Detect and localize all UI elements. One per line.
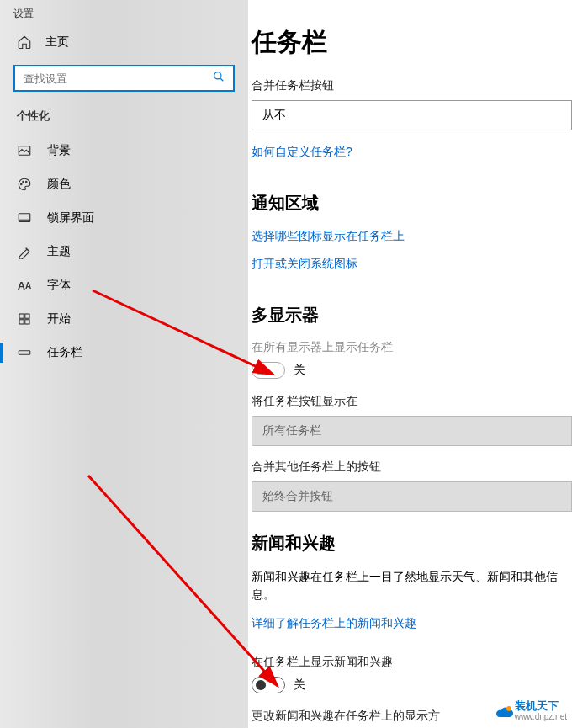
taskbar-icon	[17, 345, 32, 360]
sidebar-item-label: 字体	[47, 278, 71, 293]
search-input[interactable]	[24, 72, 213, 85]
sidebar-item-label: 开始	[47, 311, 71, 327]
sidebar-item-themes[interactable]: 主题	[0, 235, 248, 268]
show-news-label: 在任务栏上显示新闻和兴趣	[252, 655, 572, 670]
sidebar-item-fonts[interactable]: AA 字体	[0, 268, 248, 302]
notification-area-heading: 通知区域	[252, 192, 572, 215]
sidebar-item-label: 颜色	[47, 177, 71, 192]
svg-rect-6	[19, 214, 30, 222]
home-label: 主页	[45, 35, 69, 50]
start-icon	[17, 311, 32, 327]
select-icons-link[interactable]: 选择哪些图标显示在任务栏上	[252, 229, 405, 244]
sidebar-item-label: 任务栏	[47, 345, 82, 360]
section-title: 个性化	[0, 105, 248, 134]
svg-point-4	[23, 181, 24, 183]
combine-other-dropdown: 始终合并按钮	[252, 481, 572, 512]
combine-taskbar-label: 合并任务栏按钮	[252, 78, 572, 93]
combine-other-label: 合并其他任务栏上的按钮	[252, 460, 572, 475]
svg-rect-8	[19, 314, 24, 318]
sidebar-item-colors[interactable]: 颜色	[0, 167, 248, 201]
home-icon	[17, 35, 32, 50]
sidebar-item-taskbar[interactable]: 任务栏	[0, 336, 248, 369]
image-icon	[17, 143, 32, 158]
multi-monitor-heading: 多显示器	[252, 304, 572, 327]
taskbar-buttons-on-dropdown: 所有任务栏	[252, 416, 572, 446]
watermark-title: 装机天下	[515, 700, 567, 712]
sidebar-item-background[interactable]: 背景	[0, 134, 248, 167]
svg-rect-10	[19, 320, 24, 324]
palette-icon	[17, 177, 32, 192]
toggle-state-label: 关	[294, 678, 305, 693]
news-learn-more-link[interactable]: 详细了解任务栏上的新闻和兴趣	[252, 616, 416, 631]
theme-icon	[17, 244, 32, 259]
svg-line-1	[220, 78, 224, 82]
main-content: 任务栏 合并任务栏按钮 从不 如何自定义任务栏? 通知区域 选择哪些图标显示在任…	[248, 0, 572, 728]
news-description: 新闻和兴趣在任务栏上一目了然地显示天气、新闻和其他信息。	[252, 568, 572, 603]
sidebar-item-label: 背景	[47, 143, 71, 158]
svg-point-5	[26, 181, 28, 183]
lockscreen-icon	[17, 210, 32, 226]
toggle-state-label: 关	[294, 363, 305, 378]
sidebar-item-start[interactable]: 开始	[0, 302, 248, 336]
svg-rect-9	[25, 314, 29, 318]
watermark: 装机天下 www.dnpz.net	[495, 700, 567, 721]
sidebar-item-label: 主题	[47, 244, 71, 259]
svg-rect-12	[19, 351, 30, 355]
combine-taskbar-dropdown[interactable]: 从不	[252, 100, 572, 130]
show-all-monitors-label: 在所有显示器上显示任务栏	[252, 340, 572, 355]
watermark-url: www.dnpz.net	[515, 712, 567, 721]
watermark-logo-icon	[495, 702, 511, 719]
system-icons-link[interactable]: 打开或关闭系统图标	[252, 257, 358, 272]
show-news-toggle[interactable]	[252, 677, 285, 693]
sidebar-item-label: 锁屏界面	[47, 210, 94, 226]
sidebar: 设置 主页 个性化 背景 颜色	[0, 0, 248, 728]
svg-point-3	[21, 183, 23, 185]
svg-point-17	[506, 706, 511, 711]
home-nav-item[interactable]: 主页	[0, 26, 248, 58]
svg-point-0	[214, 72, 221, 79]
page-title: 任务栏	[252, 25, 572, 60]
show-all-monitors-toggle	[252, 362, 285, 379]
customize-taskbar-link[interactable]: 如何自定义任务栏?	[252, 145, 352, 160]
search-icon	[213, 71, 225, 86]
font-icon: AA	[17, 278, 32, 293]
app-title: 设置	[0, 0, 248, 26]
sidebar-item-lockscreen[interactable]: 锁屏界面	[0, 201, 248, 235]
svg-rect-11	[25, 320, 29, 324]
news-heading: 新闻和兴趣	[252, 532, 572, 555]
taskbar-buttons-on-label: 将任务栏按钮显示在	[252, 394, 572, 409]
search-input-container[interactable]	[13, 65, 235, 92]
